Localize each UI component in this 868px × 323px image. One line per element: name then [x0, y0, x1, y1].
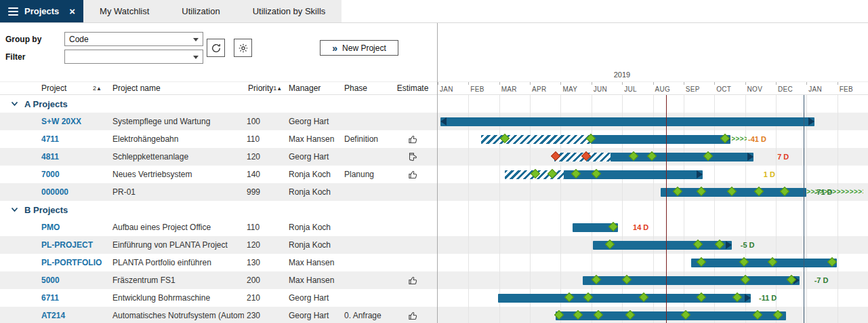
project-manager: Georg Hart — [285, 152, 340, 162]
project-code-link[interactable]: PMO — [37, 223, 108, 232]
gantt-bar[interactable] — [591, 135, 730, 144]
month-tick — [468, 82, 469, 85]
project-priority: 999 — [244, 187, 285, 197]
project-priority: 120 — [244, 240, 285, 250]
project-manager: Max Hansen — [285, 134, 340, 144]
col-header-priority[interactable]: Priority 1▲ — [244, 83, 285, 93]
table-header-row: Project 2▲ Project name Priority 1▲ Mana… — [0, 81, 868, 95]
project-code-link[interactable]: S+W 20XX — [37, 117, 108, 126]
tab-my-watchlist[interactable]: My Watchlist — [83, 0, 165, 22]
project-priority: 230 — [244, 311, 285, 320]
thumb-up-icon[interactable] — [408, 134, 418, 145]
thumb-sideways-icon[interactable] — [408, 152, 418, 162]
gantt-bar[interactable] — [556, 311, 786, 320]
thumb-up-icon[interactable] — [408, 170, 418, 180]
gantt-row — [438, 113, 868, 130]
gantt-bar[interactable] — [564, 170, 703, 179]
refresh-button[interactable] — [207, 39, 225, 57]
filter-select[interactable] — [64, 50, 203, 64]
project-estimate — [388, 311, 438, 321]
gantt-bar[interactable] — [583, 276, 800, 285]
project-manager: Max Hansen — [285, 276, 340, 285]
project-code-link[interactable]: 5000 — [37, 276, 108, 285]
gantt-bar[interactable] — [498, 294, 751, 303]
tab-my-watchlist-label: My Watchlist — [100, 6, 149, 16]
tab-utilization-by-skills[interactable]: Utilization by Skills — [236, 0, 342, 22]
menu-icon[interactable] — [8, 5, 18, 18]
month-label: JUN — [594, 86, 607, 93]
settings-button[interactable] — [234, 39, 252, 57]
project-phase: Definition — [340, 134, 388, 144]
delay-label: -71 D — [814, 187, 833, 197]
double-chevron-icon: » — [332, 43, 337, 53]
project-estimate — [388, 276, 438, 286]
project-row: 000000PR-01999Ronja Koch>>>>>>>>>>>>>>>>… — [0, 183, 868, 201]
group-by-select[interactable]: Code — [64, 32, 203, 46]
delay-label: 7 D — [777, 152, 789, 162]
month-tick — [530, 82, 531, 85]
gantt-bar[interactable] — [691, 259, 837, 267]
project-code-link[interactable]: 4811 — [37, 152, 108, 162]
bar-end-cap — [726, 241, 732, 249]
project-table-and-gantt: A ProjectsS+W 20XXSystempflege und Wartu… — [0, 95, 868, 323]
project-code-link[interactable]: PL-PROJECT — [37, 240, 108, 250]
gantt-row: -11 D — [438, 289, 868, 307]
chevron-down-icon[interactable] — [11, 207, 18, 212]
project-manager: Max Hansen — [285, 258, 340, 267]
month-tick — [684, 82, 684, 85]
month-tick — [653, 82, 654, 85]
project-phase: Planung — [340, 170, 388, 179]
project-cells: 000000PR-01999Ronja Koch — [0, 183, 438, 201]
project-code-link[interactable]: 000000 — [37, 187, 108, 197]
tab-utilization[interactable]: Utilization — [165, 0, 236, 22]
col-header-project[interactable]: Project 2▲ — [37, 83, 108, 93]
col-header-phase[interactable]: Phase — [340, 83, 388, 93]
chevron-down-icon[interactable] — [11, 101, 18, 107]
project-code-link[interactable]: 6711 — [37, 293, 108, 303]
delay-label: 14 D — [633, 223, 648, 232]
project-name: Automatisches Notrufsystem (Automotive) — [108, 311, 244, 320]
month-label: APR — [532, 86, 546, 93]
gantt-row: 1 D — [438, 166, 868, 183]
col-header-manager[interactable]: Manager — [285, 83, 340, 93]
project-code-link[interactable]: 7000 — [37, 170, 108, 179]
group-label: B Projects — [24, 205, 68, 215]
thumb-up-icon[interactable] — [408, 276, 418, 286]
project-row: PL-PORTFOLIOPLANTA Portfolio einführen13… — [0, 254, 868, 271]
tab-bar: Projects × My Watchlist Utilization Util… — [0, 0, 868, 23]
gantt-row: 14 D — [438, 218, 868, 236]
project-name: Fräszentrum FS1 — [108, 276, 244, 285]
project-priority: 110 — [244, 223, 285, 232]
new-project-label: New Project — [342, 43, 386, 53]
project-manager: Ronja Koch — [285, 240, 340, 250]
pane-splitter[interactable] — [437, 23, 438, 323]
timeline-year-label: 2019 — [438, 71, 806, 79]
tab-projects[interactable]: Projects × — [0, 0, 83, 22]
thumb-up-icon[interactable] — [408, 311, 418, 321]
group-row[interactable]: B Projects — [0, 201, 868, 218]
gantt-bar[interactable] — [440, 117, 814, 126]
project-name: Einführung von PLANTA Project — [108, 240, 244, 250]
buffer-chevrons: >>>>> — [731, 134, 747, 144]
month-tick — [592, 82, 592, 85]
project-code-link[interactable]: 4711 — [37, 134, 108, 144]
new-project-button[interactable]: » New Project — [320, 40, 398, 56]
project-code-link[interactable]: PL-PORTFOLIO — [37, 258, 108, 267]
close-tab-icon[interactable]: × — [69, 5, 75, 17]
project-priority: 100 — [244, 117, 285, 126]
project-name: Aufbau eines Project Office — [108, 223, 244, 232]
col-header-project-name[interactable]: Project name — [108, 83, 244, 93]
col-header-estimate[interactable]: Estimate — [388, 83, 438, 93]
delay-label: 1 D — [764, 170, 775, 179]
bar-end-cap — [808, 117, 814, 126]
month-label: OCT — [716, 86, 731, 93]
project-code-link[interactable]: AT214 — [37, 311, 108, 320]
project-rows: A ProjectsS+W 20XXSystempflege und Wartu… — [0, 95, 868, 323]
gantt-row — [438, 254, 868, 271]
month-tick — [838, 82, 838, 85]
gantt-bar[interactable] — [481, 135, 591, 144]
group-row[interactable]: A Projects — [0, 95, 868, 113]
project-cells: 4711Elektrohängebahn110Max HansenDefinit… — [0, 130, 438, 148]
project-cells: PMOAufbau eines Project Office110Ronja K… — [0, 218, 438, 236]
month-tick — [806, 82, 807, 85]
